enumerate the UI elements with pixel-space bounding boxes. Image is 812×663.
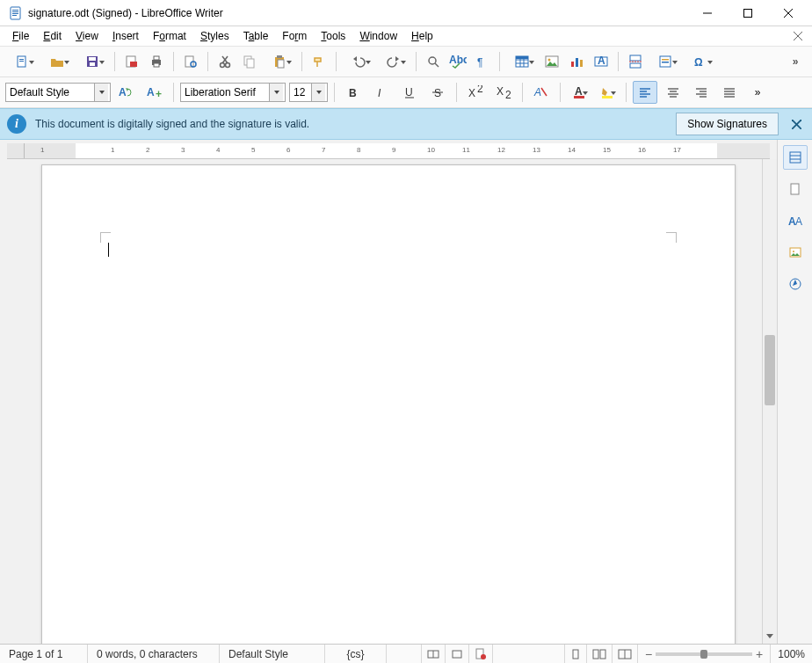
- view-single-page-button[interactable]: [565, 645, 587, 663]
- font-name-combo[interactable]: [180, 83, 286, 102]
- vertical-scrollbar[interactable]: [762, 159, 777, 644]
- open-button[interactable]: [40, 50, 74, 73]
- insert-image-button[interactable]: [540, 50, 563, 73]
- menu-view[interactable]: View: [69, 28, 105, 44]
- font-size-dropdown[interactable]: [311, 84, 325, 101]
- svg-text:A: A: [598, 55, 605, 67]
- status-signature-indicator[interactable]: [469, 645, 493, 663]
- svg-text:A: A: [795, 215, 802, 228]
- menu-window[interactable]: Window: [352, 28, 404, 44]
- print-preview-button[interactable]: [179, 50, 202, 73]
- insert-field-button[interactable]: [649, 50, 682, 73]
- menu-help[interactable]: Help: [404, 28, 440, 44]
- paragraph-style-combo[interactable]: [5, 83, 111, 102]
- svg-line-34: [435, 63, 439, 67]
- svg-point-106: [481, 654, 486, 659]
- menu-styles[interactable]: Styles: [193, 28, 236, 44]
- align-right-button[interactable]: [689, 81, 714, 104]
- zoom-percent[interactable]: 100%: [778, 648, 805, 660]
- font-size-input[interactable]: [290, 84, 311, 101]
- document-page[interactable]: [41, 164, 736, 644]
- view-multi-page-button[interactable]: [587, 645, 613, 663]
- menu-file[interactable]: File: [5, 28, 36, 44]
- save-button[interactable]: [76, 50, 109, 73]
- clear-formatting-button[interactable]: A: [529, 81, 554, 104]
- paste-button[interactable]: [263, 50, 296, 73]
- insert-page-break-button[interactable]: [624, 50, 647, 73]
- find-replace-button[interactable]: [422, 50, 445, 73]
- menu-insert[interactable]: Insert: [105, 28, 146, 44]
- new-document-button[interactable]: [5, 50, 39, 73]
- cut-button[interactable]: [214, 50, 236, 73]
- zoom-in-button[interactable]: +: [756, 647, 763, 661]
- scrollbar-down-arrow[interactable]: [763, 629, 777, 644]
- menu-table[interactable]: Table: [236, 28, 276, 44]
- sidebar-styles-button[interactable]: AA: [783, 208, 808, 233]
- insert-chart-button[interactable]: [565, 50, 588, 73]
- undo-button[interactable]: [342, 50, 375, 73]
- close-document-button[interactable]: [789, 27, 807, 45]
- status-word-count[interactable]: 0 words, 0 characters: [88, 645, 220, 663]
- spellcheck-button[interactable]: Abc: [446, 50, 469, 73]
- font-size-combo[interactable]: [289, 83, 328, 102]
- status-page-style[interactable]: Default Style: [220, 645, 325, 663]
- zoom-out-button[interactable]: −: [645, 647, 652, 661]
- print-button[interactable]: [145, 50, 168, 73]
- horizontal-ruler[interactable]: 1 1 2 3 4 5 6 7 8 9 10 11 12 13 14 15 16…: [7, 143, 770, 159]
- menu-tools[interactable]: Tools: [314, 28, 352, 44]
- formatting-marks-button[interactable]: ¶: [471, 50, 494, 73]
- infobar-close-button[interactable]: [787, 115, 805, 133]
- sidebar-properties-button[interactable]: [783, 145, 808, 170]
- menu-form[interactable]: Form: [275, 28, 314, 44]
- strikethrough-button[interactable]: S: [425, 81, 450, 104]
- paragraph-style-dropdown[interactable]: [94, 84, 108, 101]
- insert-table-button[interactable]: [505, 50, 539, 73]
- status-insert-mode[interactable]: [422, 645, 446, 663]
- svg-text:B: B: [349, 87, 357, 99]
- underline-button[interactable]: U: [397, 81, 422, 104]
- ruler-tick: 2: [146, 146, 149, 154]
- scrollbar-thumb[interactable]: [765, 335, 775, 405]
- toolbar-overflow-button[interactable]: »: [784, 50, 807, 73]
- paragraph-style-input[interactable]: [6, 84, 94, 101]
- align-left-button[interactable]: [633, 81, 657, 104]
- menu-format[interactable]: Format: [146, 28, 193, 44]
- insert-special-char-button[interactable]: Ω: [684, 50, 717, 73]
- sidebar-gallery-button[interactable]: [783, 240, 808, 265]
- export-pdf-button[interactable]: [120, 50, 143, 73]
- highlight-color-button[interactable]: [595, 81, 620, 104]
- window-minimize-button[interactable]: [687, 0, 728, 26]
- font-name-dropdown[interactable]: [269, 84, 283, 101]
- new-style-button[interactable]: A+: [142, 81, 167, 104]
- update-style-button[interactable]: A: [114, 81, 139, 104]
- svg-rect-42: [516, 56, 528, 59]
- sidebar-page-button[interactable]: [783, 177, 808, 201]
- superscript-button[interactable]: X2: [463, 81, 488, 104]
- redo-button[interactable]: [377, 50, 410, 73]
- menu-edit[interactable]: Edit: [36, 28, 69, 44]
- svg-rect-55: [662, 62, 669, 63]
- align-center-button[interactable]: [661, 81, 685, 104]
- window-maximize-button[interactable]: [728, 0, 768, 26]
- font-color-button[interactable]: A: [567, 81, 591, 104]
- status-page[interactable]: Page 1 of 1: [0, 645, 88, 663]
- sidebar-navigator-button[interactable]: [783, 272, 808, 296]
- show-signatures-button[interactable]: Show Signatures: [676, 113, 779, 135]
- svg-text:2: 2: [477, 85, 483, 95]
- zoom-slider[interactable]: [656, 652, 752, 656]
- copy-button[interactable]: [238, 50, 261, 73]
- font-name-input[interactable]: [181, 84, 269, 101]
- window-title: signature.odt (Signed) - LibreOffice Wri…: [28, 7, 223, 19]
- fmtbar-overflow-button[interactable]: »: [745, 81, 770, 104]
- window-close-button[interactable]: [768, 0, 808, 26]
- formatting-toolbar: A A+ B I U S X2 X2 A A »: [0, 77, 812, 108]
- status-language[interactable]: {cs}: [325, 645, 387, 663]
- bold-button[interactable]: B: [341, 81, 366, 104]
- align-justify-button[interactable]: [717, 81, 742, 104]
- italic-button[interactable]: I: [369, 81, 394, 104]
- subscript-button[interactable]: X2: [491, 81, 516, 104]
- clone-formatting-button[interactable]: [308, 50, 330, 73]
- insert-textbox-button[interactable]: A: [590, 50, 613, 73]
- status-selection-mode[interactable]: [446, 645, 469, 663]
- view-book-button[interactable]: [613, 645, 638, 663]
